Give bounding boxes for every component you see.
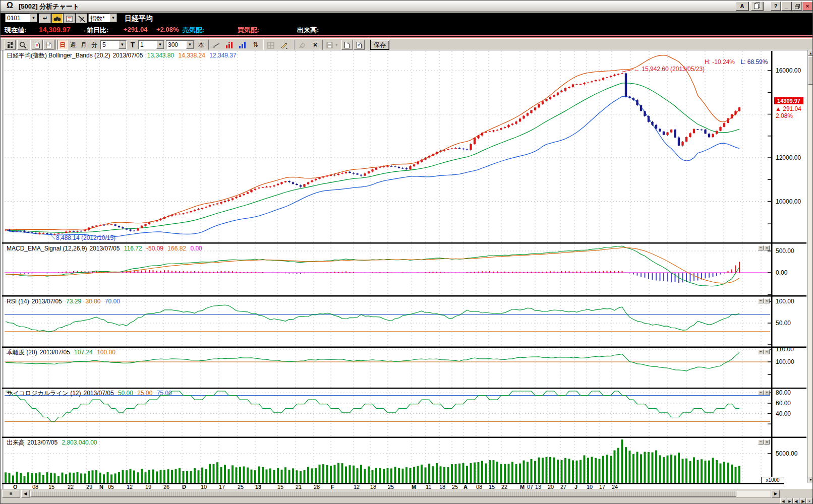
volume-unit-box: x1000 [761, 477, 784, 483]
sort-updown-icon[interactable]: ⇅ [250, 40, 261, 50]
panel-close-button[interactable]: × [764, 298, 770, 303]
font-button[interactable]: A [736, 2, 748, 11]
zoom-icon[interactable] [17, 40, 28, 50]
page-p-icon[interactable]: P [354, 40, 365, 50]
period-week-button[interactable]: 週 [68, 40, 78, 50]
axis-label: 100.00 [776, 358, 794, 365]
axis-label: 110.00 [776, 346, 794, 353]
x-axis-label: D [182, 484, 186, 490]
save-disk-icon[interactable]: ▼ [325, 40, 340, 50]
eraser-icon[interactable] [297, 40, 308, 50]
x-axis-label: 17 [219, 484, 225, 490]
x-axis-label: 11 [426, 484, 431, 490]
x-axis-label: M [412, 484, 416, 490]
close-button[interactable]: × [802, 2, 812, 11]
panel-close-button[interactable]: × [764, 245, 770, 250]
panel-close-button[interactable]: × [764, 439, 770, 445]
x-axis-label: 27 [560, 484, 566, 490]
x-axis-label: 10 [201, 484, 207, 490]
scroll-down-icon[interactable]: ▼ [808, 477, 813, 482]
unit-button[interactable]: 本 [196, 40, 207, 50]
symbol-dropdown-arrow-icon[interactable]: ▼ [30, 14, 37, 22]
panel-close-button[interactable]: × [764, 390, 770, 395]
save-button[interactable]: 保存 [370, 40, 389, 50]
last-price-tag: 14309.97 [774, 97, 803, 104]
change-pct-value: +2.08% [156, 26, 179, 33]
period-month-button[interactable]: 月 [79, 40, 89, 50]
binoculars-icon[interactable] [51, 14, 63, 23]
axis-label: 10000.00 [776, 198, 801, 205]
vscroll-thumb[interactable] [808, 56, 813, 85]
chart-nav-button[interactable]: |▶ [800, 498, 806, 504]
bars-count-select[interactable]: 5▼ [100, 40, 127, 49]
category-select[interactable]: 指数* [88, 14, 109, 22]
split-grip[interactable]: ≡ [2, 490, 20, 498]
panel-minimize-button[interactable]: − [758, 245, 764, 250]
board-icon[interactable] [5, 40, 16, 50]
scroll-up-icon[interactable]: ▲ [808, 50, 813, 56]
change-label: →前日比: [80, 26, 108, 35]
panel-minimize-button[interactable]: − [758, 390, 764, 395]
period-day-button[interactable]: 日 [57, 40, 68, 50]
grid-icon[interactable] [265, 40, 276, 50]
panel-minimize-button[interactable]: − [758, 298, 764, 303]
copy-icon[interactable] [751, 2, 763, 11]
main-panel-legend: 日経平均(指数) Bollinger_Bands (20,2)2013/07/0… [7, 51, 239, 60]
enter-icon[interactable]: ↵ [39, 14, 51, 23]
no-draw-icon[interactable] [76, 14, 87, 23]
divider [55, 40, 56, 50]
current-price-label: 現在値: [5, 26, 26, 35]
volume-label: 出来高: [297, 26, 319, 35]
hscroll-track[interactable] [29, 490, 771, 498]
axis-label: 16000.00 [776, 67, 801, 74]
count-select[interactable]: 300▼ [166, 40, 194, 49]
x-axis-label: 17 [599, 484, 605, 490]
line-chart-icon[interactable] [211, 40, 222, 50]
x-axis-label: 15 [277, 484, 283, 490]
rsi-panel-legend: RSI (14)2013/07/05 73.29 30.00 70.00 [7, 298, 123, 305]
title-bar[interactable]: Ω [5002] 分析チャート A ? _ × [1, 1, 813, 12]
horizontal-scrollbar[interactable]: ≡ ◀ ▶ [1, 490, 813, 498]
macd-panel-legend: MACD_EMA_Signal (12,26,9)2013/07/05 116.… [7, 245, 205, 252]
page-r-icon[interactable]: R [43, 40, 54, 50]
symbol-name: 日経平均 [125, 14, 153, 23]
chart-nav-button[interactable]: ◀ [780, 498, 786, 504]
dropdown-arrow-icon[interactable]: ▼ [156, 41, 164, 49]
dropdown-arrow-icon[interactable]: ▼ [119, 41, 126, 49]
chart-nav-button[interactable]: ◀| [793, 498, 799, 504]
scroll-right-icon[interactable]: ▶ [772, 490, 780, 498]
x-axis-label: 19 [145, 484, 151, 490]
candlestick-icon[interactable] [224, 40, 235, 50]
memo-icon[interactable] [64, 14, 75, 23]
panel-minimize-button[interactable]: − [758, 439, 764, 445]
chart-area[interactable] [1, 50, 813, 489]
text-tool-button[interactable]: T [128, 40, 137, 50]
scroll-left-icon[interactable]: ◀ [21, 490, 29, 498]
chart-nav-button[interactable]: × [806, 498, 812, 504]
symbol-bar: 0101 ▼ ↵ 指数* ▼ 日経平均 [1, 13, 813, 24]
chart-nav-button[interactable]: ▶ [787, 498, 793, 504]
pencil-icon[interactable] [278, 40, 289, 50]
delete-x-icon[interactable]: × [310, 40, 321, 50]
page-d-icon[interactable]: D [32, 40, 43, 50]
x-axis-label: 28 [314, 484, 320, 490]
page-copy-icon[interactable] [341, 40, 353, 50]
panel-minimize-button[interactable]: − [758, 349, 764, 354]
period-minute-button[interactable]: 分 [89, 40, 99, 50]
vertical-scrollbar[interactable]: ▲ ▼ [807, 50, 813, 483]
ask-label: 売気配: [183, 26, 204, 35]
x-axis-label: 08 [476, 484, 482, 490]
x-axis-label: 22 [501, 484, 507, 490]
category-dropdown-arrow-icon[interactable]: ▼ [109, 14, 117, 22]
chart-svg[interactable] [1, 50, 813, 489]
minimize-button[interactable]: _ [781, 2, 791, 11]
panel-close-button[interactable]: × [764, 349, 770, 354]
interval-select[interactable]: 1▼ [138, 40, 164, 49]
bar-chart-icon[interactable] [237, 40, 248, 50]
hscroll-thumb[interactable] [30, 491, 736, 497]
symbol-code-input[interactable]: 0101 [5, 14, 30, 22]
restore-button[interactable] [792, 2, 802, 11]
chart-nav-cluster: ◀▶◀||▶× [780, 498, 813, 504]
help-button[interactable]: ? [771, 2, 781, 11]
dropdown-arrow-icon[interactable]: ▼ [186, 41, 194, 49]
